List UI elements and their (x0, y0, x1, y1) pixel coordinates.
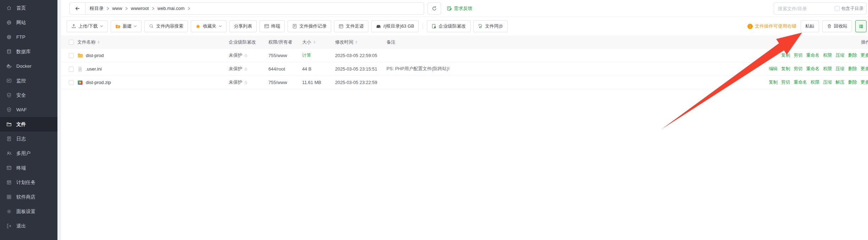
action-more[interactable]: 更多 (861, 66, 868, 72)
sidebar-item-ftp[interactable]: FTP (0, 30, 57, 44)
button-label: 收藏夹 (203, 23, 216, 29)
sidebar-item-settings[interactable]: 面板设置 (0, 204, 57, 219)
sidebar-item-database[interactable]: 数据库 (0, 44, 57, 59)
terminal-button[interactable]: 终端 (260, 20, 285, 32)
breadcrumb-wwwroot[interactable]: wwwroot (131, 6, 149, 11)
file-name[interactable]: .user.ini (86, 62, 102, 76)
sidebar-item-security[interactable]: 安全 (0, 88, 57, 102)
monitor-icon (6, 78, 12, 83)
list-view-toggle-button[interactable] (855, 20, 867, 32)
zip-file-icon (77, 76, 83, 89)
sidebar-item-label: 首页 (16, 5, 26, 11)
sidebar-item-files[interactable]: 文件 (0, 117, 57, 132)
chevron-down-icon (219, 25, 222, 27)
action-compress[interactable]: 压缩 (835, 52, 844, 58)
toolbar: 上传/下载 新建 文件内容搜索 收藏夹 分享列表 终端 文件操作记录 (61, 17, 868, 35)
sidebar-item-label: 文件 (16, 121, 26, 128)
action-cut[interactable]: 剪切 (781, 79, 790, 85)
tamper-status[interactable]: 未保护 (229, 49, 248, 62)
sort-icon[interactable] (98, 40, 100, 45)
action-delete[interactable]: 删除 (848, 66, 857, 72)
action-permission[interactable]: 权限 (823, 52, 832, 58)
action-permission[interactable]: 权限 (823, 66, 832, 72)
row-checkbox[interactable] (69, 49, 74, 62)
star-icon (195, 24, 201, 29)
breadcrumb-www[interactable]: www (112, 6, 122, 11)
disk-usage-button[interactable]: /(根目录)63 GB (371, 20, 419, 32)
breadcrumb-root[interactable]: 根目录 (90, 5, 104, 12)
sidebar-item-docker[interactable]: Docker (0, 59, 57, 73)
sidebar-item-appstore[interactable]: 软件商店 (0, 190, 57, 204)
refresh-icon (432, 6, 437, 11)
folder-icon (6, 122, 12, 127)
action-permission[interactable]: 权限 (811, 79, 819, 85)
action-cut[interactable]: 剪切 (794, 66, 802, 72)
file-sync-button[interactable]: 文件同步 (473, 20, 508, 32)
upload-download-button[interactable]: 上传/下载 (67, 20, 108, 32)
content-search-button[interactable]: 文件内容搜索 (144, 20, 188, 32)
sidebar-item-cron[interactable]: 计划任务 (0, 175, 57, 190)
sidebar-item-terminal[interactable]: 终端 (0, 161, 57, 175)
row-checkbox[interactable] (69, 76, 74, 89)
recycle-bin-button[interactable]: 回收站 (822, 20, 852, 32)
share-list-button[interactable]: 分享列表 (229, 20, 257, 32)
header-size[interactable]: 大小 (302, 35, 316, 49)
action-compress[interactable]: 压缩 (823, 79, 832, 85)
button-label: 终端 (271, 23, 280, 29)
header-file-name[interactable]: 文件名称 (77, 35, 100, 49)
include-subdir-option[interactable]: 包含子目录 (835, 6, 864, 12)
search-input[interactable] (775, 6, 835, 11)
action-delete[interactable]: 删除 (848, 52, 857, 58)
file-operation-log-button[interactable]: 文件操作记录 (288, 20, 331, 32)
action-rename[interactable]: 重命名 (806, 66, 819, 72)
log-file-icon (6, 136, 12, 141)
file-name[interactable]: dist-prod.zip (86, 76, 111, 89)
action-edit[interactable]: 编辑 (769, 66, 778, 72)
sidebar-item-logout[interactable]: 退出 (0, 219, 57, 233)
favorites-button[interactable]: 收藏夹 (191, 20, 226, 32)
breadcrumb-site[interactable]: web.mai.com (157, 6, 185, 11)
include-subdir-checkbox[interactable] (835, 6, 840, 11)
tamper-status[interactable]: 未保护 (229, 76, 248, 89)
file-footprint-button[interactable]: 文件足迹 (334, 20, 368, 32)
new-button[interactable]: 新建 (111, 20, 142, 32)
action-cut[interactable]: 剪切 (794, 52, 802, 58)
button-label: 文件足迹 (346, 23, 364, 29)
back-button[interactable] (70, 3, 85, 14)
action-more[interactable]: 更多 (861, 79, 868, 85)
header-modified-time[interactable]: 修改时间 (335, 35, 357, 49)
action-unzip[interactable]: 解压 (835, 79, 844, 85)
size-calc-link[interactable]: 计算 (302, 49, 311, 62)
refresh-button[interactable] (428, 2, 441, 15)
website-icon (6, 20, 12, 25)
table-row[interactable]: dist-prod.zip 未保护 755/www 11.61 MB 2025-… (61, 76, 868, 89)
sort-icon[interactable] (313, 40, 316, 45)
sidebar-item-home[interactable]: 首页 (0, 1, 57, 15)
action-rename[interactable]: 重命名 (806, 52, 819, 58)
sidebar-item-monitor[interactable]: 监控 (0, 73, 57, 88)
note[interactable]: PS: PHP用户配置文件(防跨站)! (386, 62, 450, 76)
sidebar-item-multiuser[interactable]: 多用户 (0, 146, 57, 161)
action-rename[interactable]: 重命名 (794, 79, 807, 85)
action-more[interactable]: 更多 (861, 52, 868, 58)
row-checkbox[interactable] (69, 62, 74, 76)
select-all-checkbox[interactable] (69, 35, 74, 49)
tamper-proof-button[interactable]: 企业级防篡改 (427, 20, 471, 32)
feedback-link[interactable]: 需求反馈 (447, 5, 472, 12)
action-copy[interactable]: 复制 (781, 66, 790, 72)
file-name[interactable]: dist-prod (86, 49, 104, 62)
sort-icon[interactable] (355, 40, 357, 45)
sidebar-item-website[interactable]: 网站 (0, 15, 57, 30)
sidebar-item-waf[interactable]: WAF (0, 102, 57, 117)
tamper-status[interactable]: 未保护 (229, 62, 248, 76)
table-row[interactable]: .user.ini 未保护 644/root 44 B 2025-03-05 2… (61, 62, 868, 76)
action-delete[interactable]: 删除 (848, 79, 857, 85)
sidebar-item-logs[interactable]: 日志 (0, 132, 57, 146)
paste-button[interactable]: 粘贴 (801, 20, 819, 32)
tip-label: 文件操作可使用右键 (755, 23, 796, 29)
table-row[interactable]: dist-prod 未保护 755/www 计算 2025-03-05 22:5… (61, 49, 868, 62)
row-actions: 复制 剪切 重命名 权限 压缩 删除 更多 (781, 49, 868, 62)
action-copy[interactable]: 复制 (781, 52, 790, 58)
action-compress[interactable]: 压缩 (835, 66, 844, 72)
action-copy[interactable]: 复制 (769, 79, 778, 85)
